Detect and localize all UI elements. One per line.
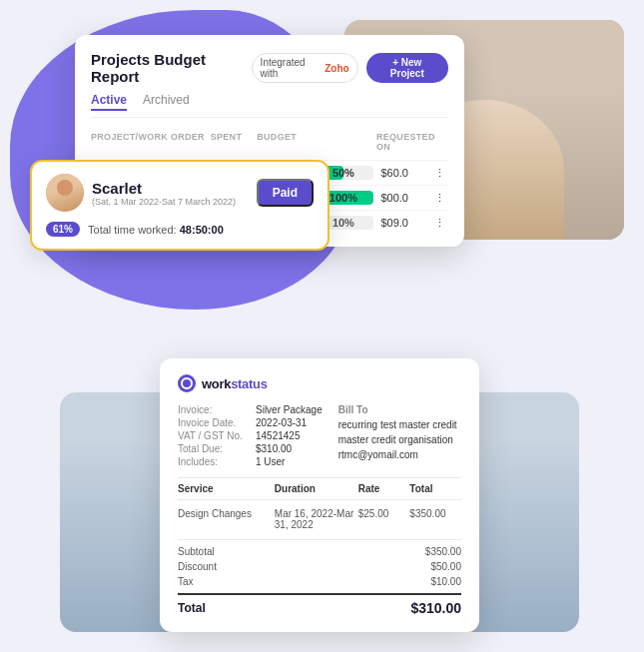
includes-label: Includes: bbox=[178, 456, 250, 467]
zoho-label: Zoho bbox=[324, 63, 348, 74]
col-service: Service bbox=[178, 483, 275, 494]
tax-value: $10.00 bbox=[430, 576, 461, 587]
col-actions bbox=[435, 132, 448, 152]
tabs: Active Archived bbox=[91, 93, 448, 118]
invoice-left-info: Invoice: Silver Package Invoice Date. 20… bbox=[178, 404, 322, 467]
col-rate: Rate bbox=[358, 483, 410, 494]
avatar bbox=[46, 174, 84, 212]
col-budget: BUDGET bbox=[257, 132, 310, 152]
bill-to-line2: master credit organisation bbox=[338, 433, 457, 447]
workstatus-icon bbox=[178, 374, 196, 392]
col-total: Total bbox=[409, 483, 461, 494]
col-progress bbox=[310, 132, 376, 152]
includes-value: 1 User bbox=[256, 456, 285, 467]
invoice-table-header: Service Duration Rate Total bbox=[178, 477, 461, 500]
tax-row: Tax $10.00 bbox=[178, 574, 461, 589]
invoice-card: workstatus Invoice: Silver Package Invoi… bbox=[160, 358, 479, 632]
bill-to-line3: rtmc@yomail.com bbox=[338, 448, 457, 462]
service-duration: Mar 16, 2022-Mar 31, 2022 bbox=[275, 508, 358, 530]
row2-menu[interactable]: ⋮ bbox=[434, 192, 448, 205]
time-worked: Total time worked: 48:50:00 bbox=[88, 224, 224, 236]
date-range: (Sat, 1 Mar 2022-Sat 7 March 2022) bbox=[92, 197, 236, 207]
timesheet-top: Scarlet (Sat, 1 Mar 2022-Sat 7 March 202… bbox=[46, 174, 314, 212]
total-final-amount: $310.00 bbox=[410, 600, 461, 616]
bill-to-label: Bill To bbox=[338, 404, 457, 415]
col-spent: SPENT bbox=[211, 132, 258, 152]
invoice-date-label: Invoice Date. bbox=[178, 417, 250, 428]
row3-requested: $09.0 bbox=[380, 217, 434, 229]
includes-row: Includes: 1 User bbox=[178, 456, 322, 467]
invoice-row: Invoice: Silver Package bbox=[178, 404, 322, 415]
time-label: Total time worked: bbox=[88, 224, 177, 236]
user-name: Scarlet bbox=[92, 180, 236, 197]
integrated-label: Integrated with bbox=[261, 57, 322, 79]
invoice-date-value: 2022-03-31 bbox=[256, 417, 307, 428]
service-total: $350.00 bbox=[409, 508, 461, 530]
budget-card-title: Projects Budget Report bbox=[91, 51, 252, 85]
service-name: Design Changes bbox=[178, 508, 275, 530]
service-rate: $25.00 bbox=[358, 508, 410, 530]
timesheet-user: Scarlet (Sat, 1 Mar 2022-Sat 7 March 202… bbox=[46, 174, 236, 212]
invoice-table-row: Design Changes Mar 16, 2022-Mar 31, 2022… bbox=[178, 505, 461, 533]
vat-value: 14521425 bbox=[256, 430, 301, 441]
subtotal-row: Subtotal $350.00 bbox=[178, 544, 461, 559]
bill-to-line1: recurring test master credit bbox=[338, 418, 457, 432]
tax-label: Tax bbox=[178, 576, 194, 587]
total-final-label: Total bbox=[178, 601, 206, 615]
user-info: Scarlet (Sat, 1 Mar 2022-Sat 7 March 202… bbox=[92, 180, 236, 207]
row3-menu[interactable]: ⋮ bbox=[434, 217, 448, 230]
col-requested: REQUESTED ON bbox=[376, 132, 435, 152]
discount-value: $50.00 bbox=[430, 561, 461, 572]
discount-row: Discount $50.00 bbox=[178, 559, 461, 574]
invoice-date-row: Invoice Date. 2022-03-31 bbox=[178, 417, 322, 428]
brand-name: workstatus bbox=[202, 376, 268, 391]
tab-archived[interactable]: Archived bbox=[143, 93, 190, 111]
timesheet-bottom: 61% Total time worked: 48:50:00 bbox=[46, 222, 314, 237]
row1-requested: $60.0 bbox=[380, 167, 434, 179]
row2-requested: $00.0 bbox=[380, 192, 434, 204]
paid-button[interactable]: Paid bbox=[257, 179, 314, 207]
row1-menu[interactable]: ⋮ bbox=[434, 167, 448, 180]
invoice-totals: Subtotal $350.00 Discount $50.00 Tax $10… bbox=[178, 539, 461, 616]
vat-label: VAT / GST No. bbox=[178, 430, 250, 441]
header-actions: Integrated with Zoho + New Project bbox=[252, 53, 448, 83]
time-value: 48:50:00 bbox=[180, 224, 224, 236]
invoice-value: Silver Package bbox=[256, 404, 322, 415]
invoice-logo: workstatus bbox=[178, 374, 461, 392]
col-duration: Duration bbox=[275, 483, 358, 494]
invoice-label: Invoice: bbox=[178, 404, 250, 415]
total-due-value: $310.00 bbox=[256, 443, 292, 454]
percent-badge: 61% bbox=[46, 222, 80, 237]
bill-to-section: Bill To recurring test master credit mas… bbox=[338, 404, 457, 467]
subtotal-value: $350.00 bbox=[425, 546, 461, 557]
integrated-badge: Integrated with Zoho bbox=[252, 53, 358, 83]
total-due-row: Total Due: $310.00 bbox=[178, 443, 322, 454]
tab-active[interactable]: Active bbox=[91, 93, 127, 111]
col-project: PROJECT/WORK ORDER bbox=[91, 132, 211, 152]
vat-row: VAT / GST No. 14521425 bbox=[178, 430, 322, 441]
table-header: PROJECT/WORK ORDER SPENT BUDGET REQUESTE… bbox=[91, 128, 448, 156]
new-project-button[interactable]: + New Project bbox=[366, 53, 448, 83]
subtotal-label: Subtotal bbox=[178, 546, 215, 557]
timesheet-card: Scarlet (Sat, 1 Mar 2022-Sat 7 March 202… bbox=[30, 160, 329, 251]
discount-label: Discount bbox=[178, 561, 217, 572]
total-due-label: Total Due: bbox=[178, 443, 250, 454]
total-final-row: Total $310.00 bbox=[178, 593, 461, 616]
